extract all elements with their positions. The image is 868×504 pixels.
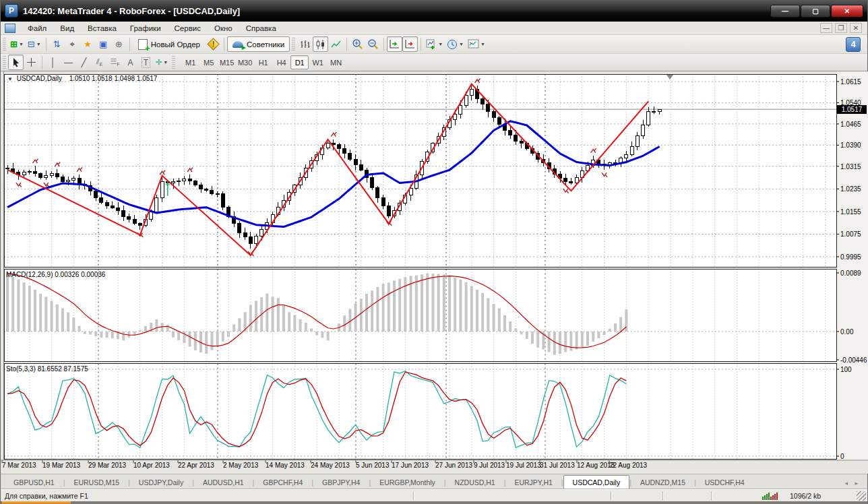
candle — [575, 177, 578, 183]
candle — [381, 198, 385, 206]
timeframe-m15[interactable]: M15 — [218, 55, 236, 69]
chart-tab-usdjpy-daily[interactable]: USDJPY,Daily — [130, 476, 192, 489]
menu-item-insert[interactable]: Вставка — [81, 23, 123, 34]
profiles-button[interactable]: ⊟▼ — [26, 36, 43, 52]
menu-item-file[interactable]: Файл — [21, 23, 53, 34]
chart-symbol-label[interactable]: ▼ USDCAD,Daily 1.0510 1.0518 1.0498 1.05… — [7, 75, 157, 82]
toolbar-grip[interactable] — [172, 56, 175, 69]
chart-canvas[interactable]: ▼ USDCAD,Daily 1.0510 1.0518 1.0498 1.05… — [1, 71, 868, 474]
candle — [487, 104, 490, 112]
terminal-button[interactable]: ▣ — [96, 36, 111, 52]
alert-button[interactable]: ! — [206, 36, 221, 52]
chart-shift-button[interactable] — [402, 36, 418, 52]
mdi-minimize-button[interactable]: — — [820, 23, 832, 33]
menu-item-tools[interactable]: Сервис — [168, 23, 208, 34]
candle — [514, 135, 518, 141]
title-bar: P 142420: MetaTrader 4 - RoboForex - [US… — [1, 0, 867, 22]
symbol-dropdown-icon[interactable]: ▼ — [7, 76, 13, 82]
chart-tab-nzdusd-h1[interactable]: NZDUSD,H1 — [446, 476, 504, 489]
menu-item-window[interactable]: Окно — [208, 23, 239, 34]
menu-item-help[interactable]: Справка — [239, 23, 283, 34]
chart-candles-button[interactable] — [313, 36, 328, 52]
templates-button[interactable]: ▼ — [466, 36, 487, 52]
cursor-button[interactable] — [8, 55, 24, 70]
horizontal-line-button[interactable]: — — [61, 55, 76, 70]
date-tick-label: 24 May 2013 — [311, 462, 350, 469]
candle — [188, 179, 191, 181]
chart-tab-audusd-h1[interactable]: AUDUSD,H1 — [194, 476, 253, 489]
close-button[interactable]: ✕ — [831, 5, 863, 18]
candle — [117, 208, 120, 211]
trendline-button[interactable]: ╱ — [76, 55, 92, 70]
timeframe-m30[interactable]: M30 — [236, 55, 254, 69]
mql-community-badge[interactable]: 4 — [846, 37, 861, 52]
chart-tab-eurjpy-h1[interactable]: EURJPY,H1 — [505, 476, 561, 489]
mdi-close-button[interactable]: ✕ — [850, 23, 862, 33]
candle — [127, 216, 131, 219]
toolbar-grip[interactable] — [3, 38, 6, 51]
text-label-button[interactable]: T — [138, 55, 154, 70]
new-order-button[interactable]: Новый Ордер — [133, 36, 206, 52]
chart-tab-eurgbp-monthly[interactable]: EURGBP,Monthly — [371, 476, 444, 489]
candles-chart-icon — [315, 39, 326, 50]
macd-tick-label: 0.00 — [840, 328, 853, 336]
chart-tab-usdchf-h4[interactable]: USDCHF,H4 — [696, 476, 753, 489]
expert-advisors-button[interactable]: Советники — [227, 36, 290, 52]
timeframe-m5[interactable]: M5 — [199, 55, 218, 69]
arrows-button[interactable]: ✢▼ — [154, 55, 170, 70]
chart-tab-gbpusd-h1[interactable]: GBPUSD,H1 — [5, 476, 63, 489]
toolbar-grip[interactable] — [3, 56, 6, 69]
maximize-button[interactable]: ▢ — [801, 5, 830, 18]
indicators-button[interactable]: ▼ — [424, 36, 445, 52]
candle — [155, 197, 158, 212]
strategy-tester-button[interactable]: ⊕ — [111, 36, 127, 52]
arrows-icon: ✢ — [156, 58, 162, 67]
candle — [50, 174, 53, 176]
chart-tab-audnzd-m15[interactable]: AUDNZD,M15 — [631, 476, 694, 489]
fibonacci-button[interactable]: ☰F — [107, 55, 123, 70]
vertical-line-button[interactable]: │ — [45, 55, 61, 70]
navigator-button[interactable]: ★ — [80, 36, 96, 52]
chart-tab-eurusd-m15[interactable]: EURUSD,M15 — [65, 476, 128, 489]
new-order-icon — [138, 39, 148, 50]
macd-indicator-label: MACD(12,26,9) 0.00326 0.00036 — [6, 271, 105, 278]
traffic-counter: 1096/2 kb — [783, 492, 830, 500]
window-bottom-edge — [1, 501, 867, 504]
zoom-in-button[interactable] — [350, 36, 365, 52]
crosshair-button[interactable] — [24, 55, 39, 70]
text-button[interactable]: A — [123, 55, 138, 70]
date-tick-label: 19 Jul 2013 — [506, 462, 541, 469]
zoom-out-button[interactable] — [365, 36, 381, 52]
market-watch-button[interactable]: ⇅ — [49, 36, 65, 52]
chart-bars-button[interactable] — [297, 36, 313, 52]
timeframe-w1[interactable]: W1 — [309, 55, 327, 69]
resize-grip[interactable] — [857, 491, 866, 501]
date-tick-label: 19 Mar 2013 — [42, 462, 80, 469]
price-tick-label: 1.0390 — [840, 141, 861, 149]
new-chart-button[interactable]: ⊞▼ — [8, 36, 26, 52]
chart-tab-gbpchf-h4[interactable]: GBPCHF,H4 — [254, 476, 311, 489]
menu-item-charts[interactable]: Графики — [123, 23, 168, 34]
channel-button[interactable]: ⫽E — [92, 55, 107, 70]
zoom-out-icon — [367, 38, 379, 50]
toolbar-grip[interactable] — [292, 38, 295, 51]
menu-item-view[interactable]: Вид — [53, 23, 81, 34]
chart-window-icon[interactable] — [5, 24, 16, 33]
chart-line-button[interactable] — [328, 36, 344, 52]
mdi-restore-button[interactable]: ❐ — [835, 23, 847, 33]
periods-button[interactable]: ▼ — [445, 36, 466, 52]
minimize-button[interactable]: — — [770, 5, 800, 18]
data-window-button[interactable]: ⌖ — [65, 36, 80, 52]
timeframe-h4[interactable]: H4 — [272, 55, 290, 69]
timeframe-mn[interactable]: MN — [327, 55, 345, 69]
timeframe-d1[interactable]: D1 — [290, 55, 309, 69]
chart-tab-gbpjpy-h4[interactable]: GBPJPY,H4 — [313, 476, 369, 489]
tab-scroll-arrows[interactable]: ◂ ▸ — [838, 480, 867, 489]
auto-scroll-button[interactable] — [387, 36, 402, 52]
fibonacci-icon: ☰F — [110, 57, 119, 67]
timeframe-h1[interactable]: H1 — [254, 55, 272, 69]
timeframe-m1[interactable]: M1 — [181, 55, 199, 69]
app-icon: P — [5, 4, 18, 18]
chart-tab-usdcad-daily[interactable]: USDCAD,Daily — [563, 475, 630, 489]
candle — [647, 112, 650, 125]
